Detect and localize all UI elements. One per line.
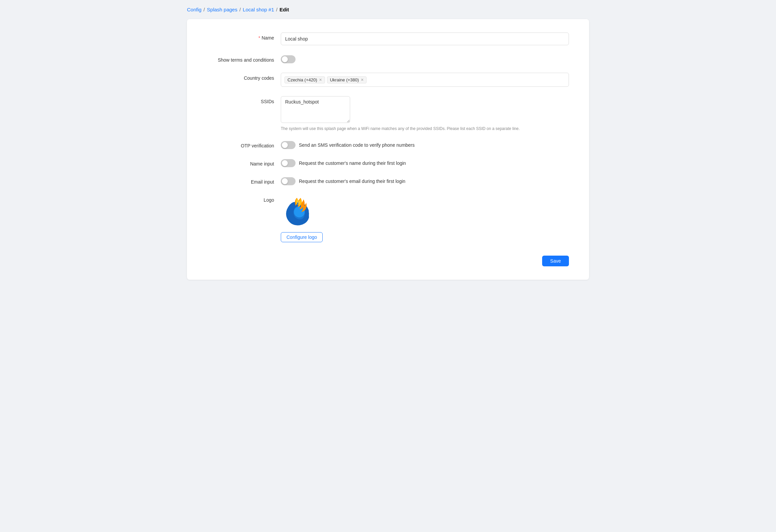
logo-label: Logo — [207, 195, 281, 203]
ssids-wrapper: Ruckus_hotspot The system will use this … — [281, 96, 569, 131]
logo-icon — [282, 196, 313, 226]
email-input-slider — [281, 177, 296, 185]
tag-czechia: Czechia (+420) × — [284, 76, 325, 83]
tag-ukraine-remove[interactable]: × — [361, 77, 364, 82]
breadcrumb-sep-1: / — [203, 7, 205, 12]
name-input[interactable] — [281, 32, 569, 45]
required-indicator: * — [258, 35, 260, 41]
name-row: *Name — [207, 32, 569, 45]
name-input-row: Name input Request the customer's name d… — [207, 158, 569, 167]
email-input-toggle[interactable] — [281, 177, 296, 185]
terms-slider — [281, 55, 296, 63]
otp-toggle[interactable] — [281, 141, 296, 149]
ssids-textarea[interactable]: Ruckus_hotspot — [281, 96, 350, 123]
logo-container: Configure logo — [281, 195, 323, 242]
otp-row: OTP verification Send an SMS verificatio… — [207, 140, 569, 149]
breadcrumb-config[interactable]: Config — [187, 7, 201, 12]
name-input-label: Name input — [207, 158, 281, 167]
name-input-slider — [281, 159, 296, 167]
breadcrumb-edit: Edit — [279, 7, 289, 12]
tag-czechia-remove[interactable]: × — [319, 77, 322, 82]
otp-slider — [281, 141, 296, 149]
form-actions: Save — [207, 252, 569, 266]
breadcrumb-splash-pages[interactable]: Splash pages — [207, 7, 238, 12]
ssids-row: SSIDs Ruckus_hotspot The system will use… — [207, 96, 569, 131]
country-codes-row: Country codes Czechia (+420) × Ukraine (… — [207, 73, 569, 87]
form-card: *Name Show terms and conditions Country … — [187, 19, 589, 280]
breadcrumb: Config / Splash pages / Local shop #1 / … — [187, 7, 589, 12]
email-input-desc: Request the customer's email during thei… — [299, 179, 405, 184]
otp-label: OTP verification — [207, 140, 281, 148]
name-input-toggle[interactable] — [281, 159, 296, 167]
logo-image-wrapper — [281, 195, 314, 228]
email-input-toggle-wrapper: Request the customer's email during thei… — [281, 177, 405, 185]
terms-toggle[interactable] — [281, 55, 296, 63]
breadcrumb-sep-3: / — [276, 7, 277, 12]
terms-label: Show terms and conditions — [207, 55, 281, 63]
tag-ukraine: Ukraine (+380) × — [327, 76, 367, 83]
tag-czechia-label: Czechia (+420) — [287, 77, 317, 82]
otp-desc: Send an SMS verification code to verify … — [299, 142, 415, 148]
breadcrumb-local-shop[interactable]: Local shop #1 — [243, 7, 274, 12]
page-container: Config / Splash pages / Local shop #1 / … — [187, 7, 589, 280]
terms-toggle-wrapper — [281, 55, 296, 63]
terms-row: Show terms and conditions — [207, 55, 569, 63]
ssids-hint: The system will use this splash page whe… — [281, 126, 569, 131]
configure-logo-button[interactable]: Configure logo — [281, 232, 323, 242]
ssids-label: SSIDs — [207, 96, 281, 104]
name-input-desc: Request the customer's name during their… — [299, 160, 406, 166]
logo-row: Logo — [207, 195, 569, 242]
name-input-toggle-wrapper: Request the customer's name during their… — [281, 158, 406, 167]
email-input-row: Email input Request the customer's email… — [207, 177, 569, 185]
breadcrumb-sep-2: / — [239, 7, 241, 12]
email-input-label: Email input — [207, 177, 281, 185]
tag-ukraine-label: Ukraine (+380) — [330, 77, 359, 82]
country-codes-input[interactable]: Czechia (+420) × Ukraine (+380) × — [281, 73, 569, 87]
country-codes-label: Country codes — [207, 73, 281, 81]
name-label: *Name — [207, 32, 281, 41]
save-button[interactable]: Save — [542, 256, 569, 266]
otp-toggle-wrapper: Send an SMS verification code to verify … — [281, 140, 415, 149]
